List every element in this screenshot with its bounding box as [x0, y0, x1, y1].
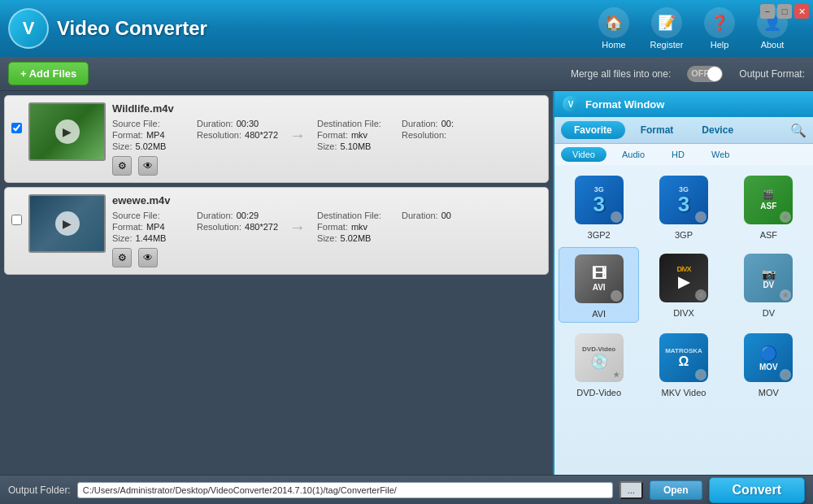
arrow-icon-1: → — [289, 126, 306, 145]
star-icon: ★ — [695, 211, 706, 223]
settings-button-2[interactable]: ⚙ — [112, 248, 132, 267]
subtab-audio[interactable]: Audio — [611, 147, 656, 162]
subtab-hd[interactable]: HD — [660, 147, 696, 162]
format-icon-mkv: MATROSKA Ω ★ — [656, 330, 711, 385]
format-item-dvd[interactable]: DVD-Video 💿 ★ DVD-Video — [559, 327, 639, 401]
help-icon: ❓ — [704, 7, 735, 38]
file-checkbox-2[interactable] — [11, 215, 22, 225]
file-details-2: Source File: Format: MP4 Size: 1.44MB Du… — [112, 211, 541, 243]
format-subtabs: Video Audio HD Web — [554, 144, 813, 165]
file-actions-1: ⚙ 👁 — [112, 156, 541, 176]
file-name-1: Wildlife.m4v — [112, 102, 541, 115]
browse-button[interactable]: ... — [620, 481, 643, 499]
register-icon: 📝 — [651, 7, 682, 38]
minimize-button[interactable]: − — [760, 4, 775, 19]
star-icon: ★ — [611, 369, 622, 380]
toggle-state: OFF — [691, 68, 709, 78]
file-list: ▶ Wildlife.m4v Source File: Format: MP4 … — [0, 91, 553, 475]
format-window: V Format Window Favorite Format Device 🔍… — [553, 91, 813, 475]
format-icon-avi: 🎞 AVI ★ — [572, 251, 627, 306]
format-icon-dv: 📷 DV ★ — [741, 250, 796, 306]
app-title: Video Converter — [57, 17, 589, 40]
output-format-label: Output Format: — [739, 68, 805, 80]
star-icon: ★ — [780, 289, 791, 301]
file-info-2: ewewe.m4v Source File: Format: MP4 Size:… — [112, 194, 541, 267]
format-icon-divx: DiVX ▶ ★ — [656, 250, 711, 306]
star-icon: ★ — [780, 369, 791, 380]
maximize-button[interactable]: □ — [777, 4, 792, 19]
nav-register[interactable]: 📝 Register — [642, 7, 691, 50]
nav-help[interactable]: ❓ Help — [695, 7, 744, 50]
format-item-dv[interactable]: 📷 DV ★ DV — [728, 247, 809, 323]
file-checkbox-1[interactable] — [11, 123, 22, 133]
open-button[interactable]: Open — [650, 480, 702, 500]
format-item-asf[interactable]: 🎬 ASF ★ ASF — [728, 169, 809, 243]
format-label-dvd: DVD-Video — [576, 388, 621, 398]
tab-favorite[interactable]: Favorite — [561, 121, 625, 139]
play-icon-2: ▶ — [55, 211, 80, 236]
format-label-mov: MOV — [759, 388, 779, 398]
format-title: Format Window — [585, 98, 664, 111]
merge-toggle[interactable]: OFF — [687, 66, 723, 82]
format-label-3gp2: 3GP2 — [588, 230, 611, 240]
toggle-track[interactable]: OFF — [687, 66, 723, 82]
format-label-divx: DIVX — [673, 308, 694, 318]
format-logo: V — [563, 96, 579, 112]
format-icon-3gp2: 3G 3 ★ — [572, 172, 627, 228]
format-label-dv: DV — [763, 308, 775, 318]
output-path-input[interactable] — [77, 482, 613, 498]
file-item-2: ▶ ewewe.m4v Source File: Format: MP4 Siz… — [4, 187, 549, 275]
nav-home[interactable]: 🏠 Home — [589, 7, 638, 50]
format-icon-asf: 🎬 ASF ★ — [741, 172, 796, 228]
format-item-3gp2[interactable]: 3G 3 ★ 3GP2 — [559, 169, 639, 243]
format-label-3gp: 3GP — [675, 230, 693, 240]
format-item-3gp[interactable]: 3G 3 ★ 3GP — [643, 169, 724, 243]
format-grid-container: 3G 3 ★ 3GP2 3G 3 ★ — [554, 165, 813, 475]
star-icon: ★ — [611, 290, 622, 302]
preview-button-1[interactable]: 👁 — [138, 156, 158, 176]
file-thumbnail-1: ▶ — [28, 102, 106, 161]
subtab-video[interactable]: Video — [561, 147, 606, 162]
format-title-bar: V Format Window — [554, 91, 813, 117]
star-icon: ★ — [695, 289, 706, 301]
file-thumbnail-2: ▶ — [28, 194, 106, 253]
format-grid: 3G 3 ★ 3GP2 3G 3 ★ — [559, 169, 809, 401]
file-name-2: ewewe.m4v — [112, 194, 541, 206]
main-content: ▶ Wildlife.m4v Source File: Format: MP4 … — [0, 91, 813, 475]
preview-button-2[interactable]: 👁 — [138, 248, 158, 267]
convert-button[interactable]: Convert — [709, 477, 805, 503]
format-item-mov[interactable]: 🔵 MOV ★ MOV — [728, 327, 809, 401]
format-item-mkv[interactable]: MATROSKA Ω ★ MKV Video — [643, 327, 724, 401]
subtab-web[interactable]: Web — [700, 147, 741, 162]
star-icon: ★ — [695, 369, 706, 380]
window-controls: − □ ✕ — [760, 4, 809, 19]
tab-format[interactable]: Format — [628, 121, 687, 139]
output-folder-label: Output Folder: — [8, 484, 71, 496]
format-item-avi[interactable]: 🎞 AVI ★ AVI — [559, 247, 639, 323]
play-icon-1: ▶ — [55, 119, 80, 144]
format-label-asf: ASF — [760, 230, 777, 240]
format-icon-mov: 🔵 MOV ★ — [741, 330, 796, 385]
app-logo: V — [8, 8, 49, 49]
file-item: ▶ Wildlife.m4v Source File: Format: MP4 … — [4, 95, 549, 183]
add-files-button[interactable]: + Add Files — [8, 62, 89, 85]
format-item-divx[interactable]: DiVX ▶ ★ DIVX — [643, 247, 724, 323]
format-label-mkv: MKV Video — [662, 388, 706, 398]
format-tabs: Favorite Format Device 🔍 — [554, 117, 813, 144]
format-icon-dvd: DVD-Video 💿 ★ — [572, 330, 627, 385]
file-info-1: Wildlife.m4v Source File: Format: MP4 Si… — [112, 102, 541, 176]
file-details-1: Source File: Format: MP4 Size: 5.02MB Du… — [112, 119, 541, 151]
title-bar: V Video Converter 🏠 Home 📝 Register ❓ He… — [0, 0, 813, 57]
settings-button-1[interactable]: ⚙ — [112, 156, 132, 176]
search-icon[interactable]: 🔍 — [790, 123, 806, 138]
format-label-avi: AVI — [592, 309, 606, 319]
home-icon: 🏠 — [598, 7, 629, 38]
merge-label: Merge all files into one: — [571, 68, 671, 80]
status-bar: Output Folder: ... Open Convert — [0, 475, 813, 504]
tab-device[interactable]: Device — [689, 121, 746, 139]
toolbar: + Add Files Merge all files into one: OF… — [0, 57, 813, 91]
close-button[interactable]: ✕ — [794, 4, 809, 19]
star-icon: ★ — [780, 211, 791, 223]
star-icon: ★ — [611, 211, 622, 223]
file-actions-2: ⚙ 👁 — [112, 248, 541, 267]
